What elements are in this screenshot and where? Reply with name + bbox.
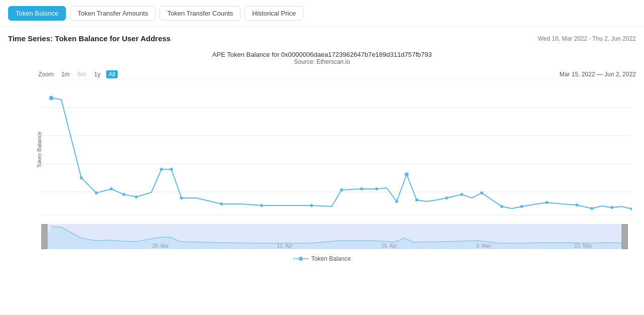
svg-point-20 xyxy=(220,202,223,205)
svg-point-12 xyxy=(80,176,83,179)
svg-point-31 xyxy=(480,191,484,194)
zoom-row: Zoom 1m 6m 1y All Mar 15, 2022 — Jun 2, … xyxy=(8,66,636,79)
svg-point-35 xyxy=(576,203,579,206)
chart-date-display: Mar 15, 2022 — Jun 2, 2022 xyxy=(559,71,636,78)
svg-point-33 xyxy=(520,205,523,208)
zoom-6m[interactable]: 6m xyxy=(75,70,89,78)
svg-point-59 xyxy=(299,257,303,261)
svg-point-36 xyxy=(590,207,593,210)
date-range: Wed 16, Mar 2022 · Thu 2, Jun 2022 xyxy=(538,35,636,42)
chart-container: APE Token Balance for 0x0000006daea17239… xyxy=(0,45,644,266)
svg-point-14 xyxy=(110,187,113,190)
svg-point-34 xyxy=(545,201,548,204)
mini-handle-right[interactable] xyxy=(622,224,628,249)
zoom-label: Zoom xyxy=(38,71,54,78)
zoom-1y[interactable]: 1y xyxy=(92,70,103,78)
svg-point-32 xyxy=(500,205,503,208)
svg-point-38 xyxy=(630,207,632,211)
zoom-all[interactable]: All xyxy=(106,70,118,78)
nav-token-transfer-counts[interactable]: Token Transfer Counts xyxy=(159,6,240,21)
svg-text:23. May: 23. May xyxy=(574,243,592,249)
svg-point-17 xyxy=(160,168,163,171)
chart-title-block: APE Token Balance for 0x0000006daea17239… xyxy=(8,45,636,66)
legend-item-token-balance: Token Balance xyxy=(293,255,351,262)
mini-chart-area: 28. Mar 11. Apr 25. Apr 9. May 23. May xyxy=(41,224,628,249)
svg-text:11. Apr: 11. Apr xyxy=(277,243,293,249)
svg-point-26 xyxy=(395,200,398,203)
svg-point-13 xyxy=(95,191,98,194)
header-row: Time Series: Token Balance for User Addr… xyxy=(0,27,644,45)
legend-row: Token Balance xyxy=(8,249,636,266)
main-chart-svg: 800k 600k 400k 200k 0 xyxy=(41,79,632,220)
svg-point-19 xyxy=(180,196,183,199)
mini-chart-svg: 28. Mar 11. Apr 25. Apr 9. May 23. May xyxy=(41,224,628,249)
svg-point-37 xyxy=(610,206,613,209)
svg-point-18 xyxy=(170,168,173,171)
svg-point-21 xyxy=(260,204,263,207)
svg-point-11 xyxy=(49,96,53,100)
legend-label: Token Balance xyxy=(311,255,351,262)
zoom-1m[interactable]: 1m xyxy=(59,70,72,78)
svg-text:25. Apr: 25. Apr xyxy=(381,243,397,249)
svg-point-22 xyxy=(310,204,313,207)
nav-token-balance[interactable]: Token Balance xyxy=(8,6,66,21)
svg-point-23 xyxy=(340,188,343,191)
svg-point-27 xyxy=(405,172,409,176)
svg-point-25 xyxy=(375,187,378,190)
chart-title: APE Token Balance for 0x0000006daea17239… xyxy=(8,51,636,58)
svg-text:28. Mar: 28. Mar xyxy=(152,243,169,249)
svg-point-29 xyxy=(445,196,448,199)
chart-source: Source: Etherscan.io xyxy=(8,58,636,65)
y-axis-label: Token Balance xyxy=(36,132,42,168)
svg-point-16 xyxy=(135,195,138,198)
svg-point-28 xyxy=(415,198,418,201)
legend-line-icon xyxy=(293,256,308,262)
svg-point-24 xyxy=(360,187,363,190)
svg-point-30 xyxy=(460,193,463,196)
top-nav: Token Balance Token Transfer Amounts Tok… xyxy=(0,0,644,27)
zoom-controls: Zoom 1m 6m 1y All xyxy=(38,70,118,78)
nav-historical-price[interactable]: Historical Price xyxy=(245,6,303,21)
page-title: Time Series: Token Balance for User Addr… xyxy=(8,34,171,43)
nav-token-transfer-amounts[interactable]: Token Transfer Amounts xyxy=(70,6,155,21)
svg-text:9. May: 9. May xyxy=(476,243,492,249)
main-chart-area: Token Balance 800k 600k 400k 200k 0 xyxy=(41,79,632,220)
svg-point-15 xyxy=(122,193,125,196)
mini-handle-left[interactable] xyxy=(41,224,47,249)
